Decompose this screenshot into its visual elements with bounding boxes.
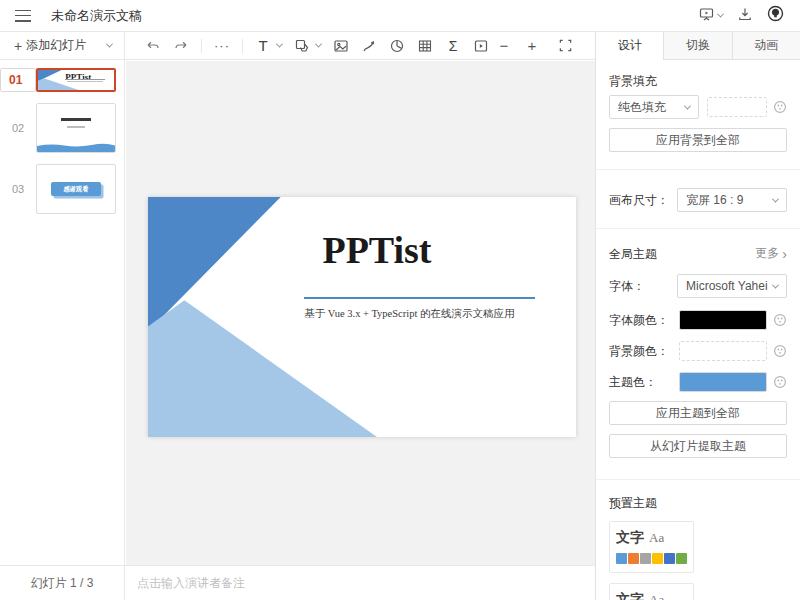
theme-color-label: 主题色： [609, 375, 657, 389]
background-fill-label: 背景填充 [609, 74, 787, 88]
chevron-down-icon [772, 195, 779, 202]
panel-tabs: 设计 切换 动画 [596, 32, 800, 60]
color-palette-icon[interactable] [773, 100, 787, 114]
chevron-down-icon [717, 11, 724, 18]
line-tool-button[interactable] [355, 32, 383, 60]
apply-theme-button[interactable]: 应用主题到全部 [609, 401, 787, 425]
font-select[interactable]: Microsoft Yahei [677, 274, 787, 298]
table-tool-button[interactable] [411, 32, 439, 60]
more-tools-button[interactable]: ··· [208, 32, 236, 60]
theme-color-swatch[interactable] [679, 372, 767, 392]
canvas-size-label: 画布尺寸： [609, 193, 669, 207]
current-slide[interactable]: PPTist 基于 Vue 3.x + TypeScript 的在线演示文稿应用 [148, 197, 576, 437]
download-icon [737, 6, 753, 26]
slide-divider-line[interactable] [304, 297, 535, 299]
zoom-out-button[interactable]: − [495, 37, 513, 54]
fill-type-select[interactable]: 纯色填充 [609, 95, 699, 119]
font-color-control [679, 310, 787, 330]
color-palette-icon[interactable] [773, 344, 787, 358]
zoom-in-button[interactable]: + [523, 37, 541, 54]
slide-number: 03 [0, 183, 36, 195]
plus-icon: + [14, 39, 22, 53]
export-button[interactable] [737, 6, 753, 26]
pptist-app: 未命名演示文稿 [0, 0, 800, 600]
apply-background-button[interactable]: 应用背景到全部 [609, 128, 787, 152]
thumbnail-row-2: 02 [0, 103, 124, 153]
slide-number: 01 [0, 68, 36, 92]
global-theme-label: 全局主题 [609, 247, 657, 261]
github-link[interactable] [767, 5, 784, 26]
slide-thumbnail-3[interactable]: 感谢观看 [36, 164, 116, 214]
slide-thumbnail-panel: 01 PPTist 02 03 感谢观看 [0, 60, 125, 565]
preset-theme-cards: 文字 Aa 文字 Aa [609, 521, 787, 600]
shape-tool-button[interactable] [288, 32, 316, 60]
shape-tool-chevron-icon[interactable] [315, 41, 322, 48]
divider [596, 479, 800, 480]
font-color-swatch[interactable] [679, 310, 767, 330]
theme-card-1[interactable]: 文字 Aa [609, 521, 694, 573]
speaker-notes-area [125, 566, 595, 600]
media-tool-button[interactable] [467, 32, 495, 60]
divider [596, 228, 800, 229]
formula-tool-button[interactable]: Σ [439, 32, 467, 60]
add-slide-group: + 添加幻灯片 [0, 32, 125, 59]
add-slide-label: 添加幻灯片 [26, 37, 86, 54]
image-tool-button[interactable] [327, 32, 355, 60]
slide-thumbnail-1[interactable]: PPTist [36, 68, 116, 92]
editor-canvas[interactable]: PPTist 基于 Vue 3.x + TypeScript 的在线演示文稿应用 [126, 61, 595, 565]
theme-more-link[interactable]: 更多 › [755, 245, 787, 262]
tab-transition[interactable]: 切换 [663, 32, 731, 60]
menu-icon[interactable] [15, 10, 31, 22]
slide-number: 02 [0, 122, 36, 134]
status-bar: 幻灯片 1 / 3 [0, 565, 595, 600]
right-panel: 设计 切换 动画 背景填充 纯色填充 应 [595, 32, 800, 600]
wave-shape [37, 142, 115, 152]
background-color-label: 背景颜色： [609, 344, 669, 358]
text-tool-chevron-icon[interactable] [276, 41, 283, 48]
preset-themes-label: 预置主题 [609, 496, 787, 510]
document-title[interactable]: 未命名演示文稿 [51, 7, 142, 25]
toolbar: + 添加幻灯片 ··· T [0, 32, 595, 60]
github-icon [767, 5, 784, 26]
redo-button[interactable] [167, 32, 195, 60]
chart-tool-button[interactable] [383, 32, 411, 60]
toolbar-divider [201, 39, 202, 53]
slide-counter: 幻灯片 1 / 3 [0, 566, 125, 600]
background-color-control [707, 97, 787, 117]
bg-color-swatch[interactable] [679, 341, 767, 361]
extract-theme-button[interactable]: 从幻灯片提取主题 [609, 434, 787, 458]
thumbnail-row-3: 03 感谢观看 [0, 164, 124, 214]
present-screen-icon [698, 6, 715, 26]
theme-card-2[interactable]: 文字 Aa [609, 583, 694, 600]
add-slide-chevron-icon[interactable] [106, 41, 113, 48]
toolbar-divider [242, 39, 243, 53]
font-label: 字体： [609, 279, 645, 293]
speaker-notes-input[interactable] [125, 576, 595, 590]
color-palette-icon[interactable] [773, 375, 787, 389]
bg-color-control [679, 341, 787, 361]
thanks-ribbon: 感谢观看 [51, 182, 101, 196]
top-bar: 未命名演示文稿 [0, 0, 800, 32]
topbar-actions [698, 5, 800, 26]
chevron-right-icon: › [782, 247, 787, 261]
undo-button[interactable] [139, 32, 167, 60]
chevron-down-icon [772, 281, 779, 288]
theme-color-control [679, 372, 787, 392]
slide-thumbnail-2[interactable] [36, 103, 116, 153]
slide-title-text[interactable]: PPTist [302, 228, 452, 272]
fit-screen-button[interactable] [551, 32, 579, 60]
thumbnail-row-1: 01 PPTist [0, 68, 124, 92]
divider [596, 169, 800, 170]
tab-animation[interactable]: 动画 [732, 32, 800, 60]
add-slide-button[interactable]: + 添加幻灯片 [14, 37, 86, 54]
color-palette-icon[interactable] [773, 313, 787, 327]
background-fill-swatch[interactable] [707, 97, 767, 117]
present-button[interactable] [698, 6, 723, 26]
font-color-label: 字体颜色： [609, 313, 669, 327]
text-tool-button[interactable]: T [249, 32, 277, 60]
zoom-controls: − + [495, 32, 579, 60]
tab-design[interactable]: 设计 [596, 32, 663, 60]
slide-subtitle-text[interactable]: 基于 Vue 3.x + TypeScript 的在线演示文稿应用 [304, 307, 552, 321]
toolbar-tools: ··· T [125, 32, 595, 59]
canvas-size-select[interactable]: 宽屏 16 : 9 [677, 188, 787, 212]
